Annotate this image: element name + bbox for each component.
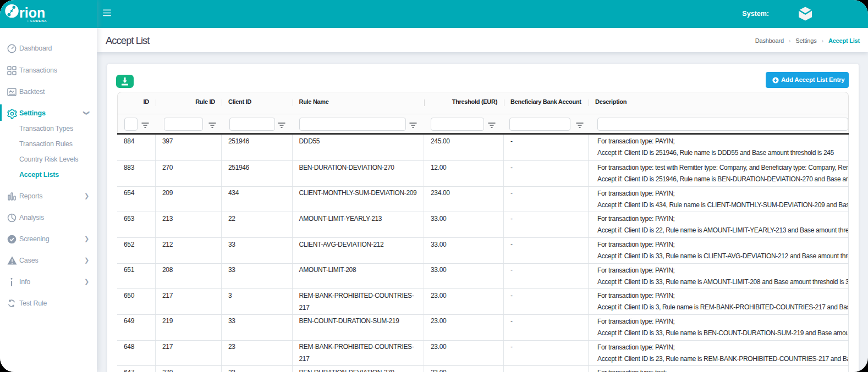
svg-text:rion: rion xyxy=(19,5,45,20)
svg-text:• CODENA: • CODENA xyxy=(28,19,47,23)
